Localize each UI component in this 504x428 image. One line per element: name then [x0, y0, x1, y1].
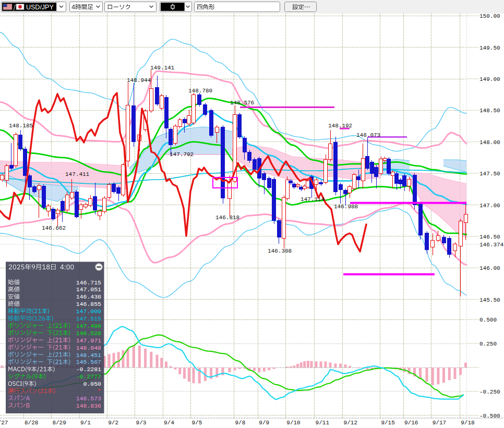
svg-text:146.308: 146.308: [268, 248, 292, 254]
svg-text:147.411: 147.411: [65, 171, 90, 177]
svg-text:148.00: 148.00: [479, 139, 500, 146]
svg-text:147.50: 147.50: [479, 171, 500, 177]
svg-text:148.576: 148.576: [230, 100, 254, 106]
svg-text:9/12: 9/12: [344, 420, 357, 426]
svg-text:9/4: 9/4: [164, 420, 174, 426]
svg-text:145.50: 145.50: [479, 297, 500, 303]
svg-text:145.567: 145.567: [76, 359, 101, 365]
svg-text:149.141: 149.141: [150, 65, 175, 71]
svg-text:9/18: 9/18: [461, 420, 474, 426]
svg-text:148.073: 148.073: [356, 132, 380, 138]
svg-text:9/17: 9/17: [433, 420, 446, 426]
svg-text:147.490: 147.490: [76, 323, 101, 329]
svg-text:148.780: 148.780: [188, 88, 212, 94]
svg-text:-0.250: -0.250: [479, 389, 500, 395]
svg-text:9/3: 9/3: [136, 420, 147, 426]
svg-text:-0.2281: -0.2281: [76, 366, 101, 373]
svg-text:8/29: 8/29: [52, 420, 66, 426]
svg-text:-0.500: -0.500: [479, 413, 500, 419]
svg-text:9/10: 9/10: [286, 420, 300, 426]
svg-text:150.00: 150.00: [479, 13, 500, 19]
svg-text:146.836: 146.836: [76, 402, 101, 409]
svg-text:8/28: 8/28: [25, 420, 38, 426]
svg-text:146.438: 146.438: [76, 293, 101, 300]
svg-text:0.500: 0.500: [479, 317, 497, 323]
svg-text:USD/JPY: USD/JPY: [26, 4, 54, 11]
svg-text:147.114: 147.114: [301, 196, 325, 203]
svg-text:146.715: 146.715: [76, 279, 101, 286]
svg-text:149.00: 149.00: [479, 76, 500, 82]
svg-text:146.855: 146.855: [76, 301, 101, 307]
svg-text:148.451: 148.451: [76, 352, 101, 359]
svg-text:-0.2777: -0.2777: [76, 373, 101, 380]
svg-text:9/2: 9/2: [108, 420, 118, 426]
svg-text:147.515: 147.515: [76, 315, 101, 322]
svg-text:148.192: 148.192: [328, 123, 352, 129]
svg-text:9/11: 9/11: [316, 420, 330, 426]
svg-text:9/1: 9/1: [80, 420, 91, 426]
svg-text:148.50: 148.50: [479, 108, 500, 114]
svg-text:149.50: 149.50: [479, 45, 500, 51]
svg-text:146.048: 146.048: [76, 344, 101, 351]
svg-text:146.50: 146.50: [479, 234, 500, 240]
svg-text:147.009: 147.009: [76, 308, 101, 315]
svg-text:146.573: 146.573: [76, 395, 101, 402]
svg-text:0.050: 0.050: [83, 381, 101, 387]
svg-text:146.528: 146.528: [76, 330, 101, 337]
svg-text:9/5: 9/5: [192, 420, 202, 426]
svg-text:147.792: 147.792: [170, 151, 194, 158]
svg-text:147.051: 147.051: [76, 286, 101, 293]
svg-text:9/8: 9/8: [235, 420, 246, 426]
svg-text:147.00: 147.00: [479, 203, 500, 209]
svg-text:146.00: 146.00: [479, 265, 500, 271]
svg-text:0.250: 0.250: [479, 341, 497, 347]
svg-text:8/27: 8/27: [0, 420, 8, 426]
svg-text:148.944: 148.944: [127, 77, 151, 84]
svg-text:148.185: 148.185: [9, 123, 33, 129]
svg-text:147.971: 147.971: [76, 337, 101, 344]
svg-text:9/9: 9/9: [259, 420, 269, 426]
svg-text:146.662: 146.662: [42, 225, 66, 231]
svg-text:146.374: 146.374: [479, 242, 504, 248]
svg-text:9/15: 9/15: [381, 420, 394, 426]
svg-text:9/16: 9/16: [404, 420, 418, 426]
svg-text:146.818: 146.818: [215, 215, 239, 221]
svg-text:146.988: 146.988: [334, 204, 358, 210]
svg-text:*: *: [98, 388, 101, 395]
